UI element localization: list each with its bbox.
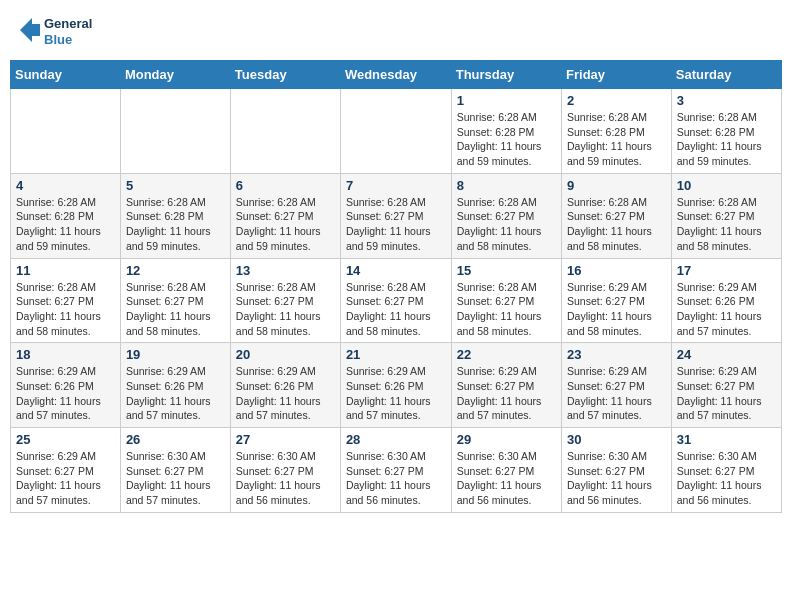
calendar-body: 1Sunrise: 6:28 AMSunset: 6:28 PMDaylight… xyxy=(11,89,782,513)
calendar-cell: 25Sunrise: 6:29 AMSunset: 6:27 PMDayligh… xyxy=(11,428,121,513)
calendar-cell xyxy=(11,89,121,174)
weekday-header-saturday: Saturday xyxy=(671,61,781,89)
day-number: 4 xyxy=(16,178,115,193)
logo: General Blue xyxy=(14,10,104,52)
day-info: Sunrise: 6:29 AMSunset: 6:26 PMDaylight:… xyxy=(346,364,446,423)
calendar-cell: 21Sunrise: 6:29 AMSunset: 6:26 PMDayligh… xyxy=(340,343,451,428)
day-number: 16 xyxy=(567,263,666,278)
day-info: Sunrise: 6:29 AMSunset: 6:27 PMDaylight:… xyxy=(567,280,666,339)
calendar-header: SundayMondayTuesdayWednesdayThursdayFrid… xyxy=(11,61,782,89)
day-info: Sunrise: 6:28 AMSunset: 6:28 PMDaylight:… xyxy=(567,110,666,169)
calendar-cell: 13Sunrise: 6:28 AMSunset: 6:27 PMDayligh… xyxy=(230,258,340,343)
day-number: 23 xyxy=(567,347,666,362)
day-number: 11 xyxy=(16,263,115,278)
day-number: 22 xyxy=(457,347,556,362)
day-info: Sunrise: 6:30 AMSunset: 6:27 PMDaylight:… xyxy=(677,449,776,508)
calendar-table: SundayMondayTuesdayWednesdayThursdayFrid… xyxy=(10,60,782,513)
day-info: Sunrise: 6:29 AMSunset: 6:26 PMDaylight:… xyxy=(126,364,225,423)
calendar-cell: 3Sunrise: 6:28 AMSunset: 6:28 PMDaylight… xyxy=(671,89,781,174)
day-info: Sunrise: 6:30 AMSunset: 6:27 PMDaylight:… xyxy=(126,449,225,508)
calendar-cell: 24Sunrise: 6:29 AMSunset: 6:27 PMDayligh… xyxy=(671,343,781,428)
day-number: 29 xyxy=(457,432,556,447)
day-info: Sunrise: 6:28 AMSunset: 6:27 PMDaylight:… xyxy=(346,280,446,339)
page-header: General Blue xyxy=(10,10,782,52)
day-info: Sunrise: 6:29 AMSunset: 6:27 PMDaylight:… xyxy=(677,364,776,423)
calendar-cell: 15Sunrise: 6:28 AMSunset: 6:27 PMDayligh… xyxy=(451,258,561,343)
calendar-cell: 7Sunrise: 6:28 AMSunset: 6:27 PMDaylight… xyxy=(340,173,451,258)
day-number: 18 xyxy=(16,347,115,362)
calendar-cell: 22Sunrise: 6:29 AMSunset: 6:27 PMDayligh… xyxy=(451,343,561,428)
day-number: 6 xyxy=(236,178,335,193)
calendar-cell: 4Sunrise: 6:28 AMSunset: 6:28 PMDaylight… xyxy=(11,173,121,258)
svg-text:Blue: Blue xyxy=(44,32,72,47)
calendar-cell: 8Sunrise: 6:28 AMSunset: 6:27 PMDaylight… xyxy=(451,173,561,258)
day-number: 28 xyxy=(346,432,446,447)
day-number: 21 xyxy=(346,347,446,362)
day-info: Sunrise: 6:28 AMSunset: 6:28 PMDaylight:… xyxy=(457,110,556,169)
day-info: Sunrise: 6:29 AMSunset: 6:27 PMDaylight:… xyxy=(567,364,666,423)
calendar-cell xyxy=(340,89,451,174)
svg-marker-3 xyxy=(20,18,40,42)
day-info: Sunrise: 6:28 AMSunset: 6:27 PMDaylight:… xyxy=(567,195,666,254)
weekday-header-wednesday: Wednesday xyxy=(340,61,451,89)
day-number: 31 xyxy=(677,432,776,447)
calendar-cell: 1Sunrise: 6:28 AMSunset: 6:28 PMDaylight… xyxy=(451,89,561,174)
calendar-week-2: 4Sunrise: 6:28 AMSunset: 6:28 PMDaylight… xyxy=(11,173,782,258)
day-info: Sunrise: 6:30 AMSunset: 6:27 PMDaylight:… xyxy=(346,449,446,508)
svg-text:General: General xyxy=(44,16,92,31)
calendar-cell: 17Sunrise: 6:29 AMSunset: 6:26 PMDayligh… xyxy=(671,258,781,343)
day-info: Sunrise: 6:28 AMSunset: 6:27 PMDaylight:… xyxy=(16,280,115,339)
calendar-cell: 16Sunrise: 6:29 AMSunset: 6:27 PMDayligh… xyxy=(562,258,672,343)
day-number: 27 xyxy=(236,432,335,447)
day-number: 13 xyxy=(236,263,335,278)
day-info: Sunrise: 6:30 AMSunset: 6:27 PMDaylight:… xyxy=(236,449,335,508)
day-number: 12 xyxy=(126,263,225,278)
calendar-cell: 31Sunrise: 6:30 AMSunset: 6:27 PMDayligh… xyxy=(671,428,781,513)
weekday-header-sunday: Sunday xyxy=(11,61,121,89)
day-info: Sunrise: 6:28 AMSunset: 6:27 PMDaylight:… xyxy=(346,195,446,254)
day-info: Sunrise: 6:29 AMSunset: 6:26 PMDaylight:… xyxy=(236,364,335,423)
day-info: Sunrise: 6:28 AMSunset: 6:28 PMDaylight:… xyxy=(677,110,776,169)
day-number: 3 xyxy=(677,93,776,108)
day-number: 14 xyxy=(346,263,446,278)
day-info: Sunrise: 6:29 AMSunset: 6:27 PMDaylight:… xyxy=(457,364,556,423)
day-info: Sunrise: 6:28 AMSunset: 6:27 PMDaylight:… xyxy=(677,195,776,254)
calendar-cell: 23Sunrise: 6:29 AMSunset: 6:27 PMDayligh… xyxy=(562,343,672,428)
weekday-header-thursday: Thursday xyxy=(451,61,561,89)
day-number: 2 xyxy=(567,93,666,108)
day-info: Sunrise: 6:30 AMSunset: 6:27 PMDaylight:… xyxy=(457,449,556,508)
calendar-cell: 18Sunrise: 6:29 AMSunset: 6:26 PMDayligh… xyxy=(11,343,121,428)
day-info: Sunrise: 6:28 AMSunset: 6:27 PMDaylight:… xyxy=(236,195,335,254)
calendar-cell: 30Sunrise: 6:30 AMSunset: 6:27 PMDayligh… xyxy=(562,428,672,513)
calendar-cell xyxy=(120,89,230,174)
day-info: Sunrise: 6:28 AMSunset: 6:28 PMDaylight:… xyxy=(126,195,225,254)
day-info: Sunrise: 6:30 AMSunset: 6:27 PMDaylight:… xyxy=(567,449,666,508)
day-number: 1 xyxy=(457,93,556,108)
day-number: 19 xyxy=(126,347,225,362)
weekday-header-friday: Friday xyxy=(562,61,672,89)
day-number: 17 xyxy=(677,263,776,278)
calendar-cell: 20Sunrise: 6:29 AMSunset: 6:26 PMDayligh… xyxy=(230,343,340,428)
calendar-cell: 19Sunrise: 6:29 AMSunset: 6:26 PMDayligh… xyxy=(120,343,230,428)
calendar-cell: 10Sunrise: 6:28 AMSunset: 6:27 PMDayligh… xyxy=(671,173,781,258)
day-number: 5 xyxy=(126,178,225,193)
day-number: 9 xyxy=(567,178,666,193)
calendar-week-5: 25Sunrise: 6:29 AMSunset: 6:27 PMDayligh… xyxy=(11,428,782,513)
day-info: Sunrise: 6:29 AMSunset: 6:26 PMDaylight:… xyxy=(16,364,115,423)
weekday-header-row: SundayMondayTuesdayWednesdayThursdayFrid… xyxy=(11,61,782,89)
calendar-cell: 11Sunrise: 6:28 AMSunset: 6:27 PMDayligh… xyxy=(11,258,121,343)
calendar-cell: 27Sunrise: 6:30 AMSunset: 6:27 PMDayligh… xyxy=(230,428,340,513)
calendar-cell: 26Sunrise: 6:30 AMSunset: 6:27 PMDayligh… xyxy=(120,428,230,513)
weekday-header-tuesday: Tuesday xyxy=(230,61,340,89)
calendar-cell: 9Sunrise: 6:28 AMSunset: 6:27 PMDaylight… xyxy=(562,173,672,258)
logo-svg: General Blue xyxy=(14,10,104,52)
day-number: 24 xyxy=(677,347,776,362)
day-info: Sunrise: 6:28 AMSunset: 6:27 PMDaylight:… xyxy=(457,195,556,254)
day-number: 25 xyxy=(16,432,115,447)
weekday-header-monday: Monday xyxy=(120,61,230,89)
day-info: Sunrise: 6:28 AMSunset: 6:27 PMDaylight:… xyxy=(126,280,225,339)
day-number: 7 xyxy=(346,178,446,193)
calendar-cell: 5Sunrise: 6:28 AMSunset: 6:28 PMDaylight… xyxy=(120,173,230,258)
calendar-cell: 29Sunrise: 6:30 AMSunset: 6:27 PMDayligh… xyxy=(451,428,561,513)
calendar-week-1: 1Sunrise: 6:28 AMSunset: 6:28 PMDaylight… xyxy=(11,89,782,174)
